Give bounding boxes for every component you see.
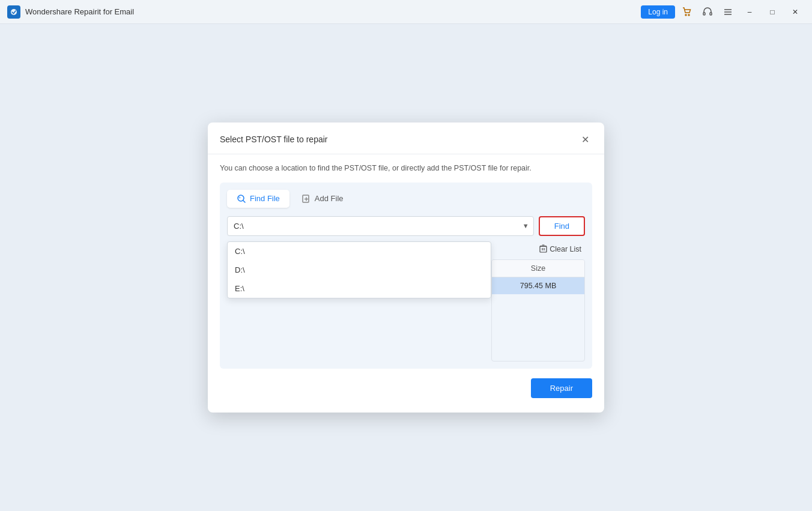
dialog-title: Select PST/OST file to repair	[220, 135, 327, 144]
drive-select[interactable]: C:\ D:\ E:\	[227, 216, 534, 236]
svg-point-1	[685, 14, 686, 16]
dropdown-item-e[interactable]: E:\	[228, 279, 491, 298]
right-panel: Clear List Size	[491, 242, 585, 361]
dialog-subtitle: You can choose a location to find the PS…	[208, 154, 604, 183]
trash-icon	[539, 244, 547, 255]
app-logo	[7, 5, 20, 19]
svg-point-2	[688, 14, 689, 16]
maximize-button[interactable]: □	[763, 2, 782, 22]
drive-select-wrapper: C:\ D:\ E:\ ▼	[227, 216, 534, 236]
headset-icon[interactable]	[699, 4, 716, 20]
minimize-button[interactable]: –	[740, 2, 759, 22]
app-title: Wondershare Repairit for Email	[25, 7, 641, 16]
table-row[interactable]: 795.45 MB	[492, 277, 584, 294]
find-panel: C:\ D:\ E:\ ▼ Find C:\ D:\ E:\	[227, 216, 585, 361]
svg-line-9	[243, 201, 245, 202]
tab-add-file-label: Add File	[315, 194, 344, 203]
clear-list-button[interactable]: Clear List	[536, 242, 585, 257]
menu-icon[interactable]	[720, 4, 736, 20]
drive-dropdown: C:\ D:\ E:\	[227, 241, 491, 298]
titlebar-actions: Log in – □ ✕	[641, 2, 805, 22]
dialog-close-button[interactable]: ✕	[578, 132, 592, 147]
svg-point-10	[239, 196, 241, 198]
svg-rect-14	[540, 246, 547, 252]
clear-list-label: Clear List	[550, 245, 581, 253]
size-col-header: Size	[492, 260, 584, 277]
results-table-container[interactable]: Size 795.45 MB	[491, 259, 585, 361]
find-row: C:\ D:\ E:\ ▼ Find	[227, 216, 585, 236]
titlebar: Wondershare Repairit for Email Log in – …	[0, 0, 812, 24]
svg-rect-3	[703, 13, 705, 15]
dropdown-item-d[interactable]: D:\	[228, 261, 491, 279]
login-button[interactable]: Log in	[641, 5, 675, 19]
tab-container: Find File Add File C:\ D:\	[220, 183, 592, 369]
svg-rect-4	[710, 13, 712, 15]
close-window-button[interactable]: ✕	[786, 2, 805, 22]
select-file-dialog: Select PST/OST file to repair ✕ You can …	[208, 122, 604, 413]
find-file-icon	[237, 194, 246, 204]
dialog-header: Select PST/OST file to repair ✕	[208, 122, 604, 154]
dialog-footer: Repair	[208, 369, 604, 398]
cart-icon[interactable]	[679, 4, 695, 20]
find-button[interactable]: Find	[539, 216, 585, 236]
main-content: Select PST/OST file to repair ✕ You can …	[0, 24, 812, 511]
dropdown-item-c[interactable]: C:\	[228, 242, 491, 261]
tab-add-file[interactable]: Add File	[292, 190, 353, 208]
results-header: Clear List	[491, 242, 585, 257]
tab-find-file[interactable]: Find File	[227, 190, 289, 208]
repair-button[interactable]: Repair	[531, 378, 592, 398]
tabs: Find File Add File	[227, 190, 585, 208]
size-cell: 795.45 MB	[492, 277, 584, 294]
tab-find-file-label: Find File	[250, 194, 280, 203]
add-file-icon	[301, 194, 311, 204]
results-table: Size 795.45 MB	[492, 260, 584, 294]
